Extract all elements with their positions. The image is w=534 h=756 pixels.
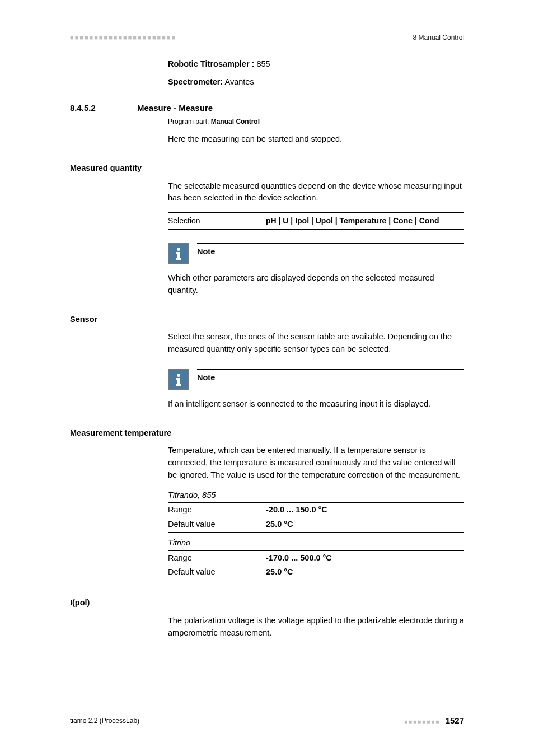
note-1-body: Which other parameters are displayed dep… — [168, 272, 464, 297]
note-box-2: Note If an intelligent sensor is connect… — [168, 369, 464, 410]
footer-marks: ■■■■■■■■ — [404, 718, 440, 725]
param-table-titrando: Titrando, 855 Range -20.0 ... 150.0 °C D… — [168, 489, 464, 533]
list-item-robotic: Robotic Titrosampler : 855 — [168, 58, 464, 71]
note-box-1: Note Which other parameters are displaye… — [168, 243, 464, 297]
heading-ipol: I(pol) — [70, 597, 464, 609]
info-icon — [168, 243, 189, 264]
program-part: Program part: Manual Control — [168, 116, 464, 127]
selection-label: Selection — [168, 215, 266, 227]
footer-page-number: 1527 — [446, 716, 464, 725]
svg-rect-2 — [176, 252, 179, 254]
svg-point-0 — [177, 248, 180, 251]
ipol-para: The polarization voltage is the voltage … — [168, 615, 464, 640]
svg-rect-7 — [176, 384, 181, 386]
section-title: Measure - Measure — [137, 102, 213, 115]
robotic-label: Robotic Titrosampler : — [168, 59, 254, 68]
param-caption-titrino: Titrino — [168, 537, 464, 549]
section-intro: Here the measuring can be started and st… — [168, 133, 464, 146]
note-2-body: If an intelligent sensor is connected to… — [168, 398, 464, 410]
param-caption-titrando: Titrando, 855 — [168, 489, 464, 502]
selection-row: Selection pH | U | Ipol | Upol | Tempera… — [168, 212, 464, 230]
list-item-spectrometer: Spectrometer: Avantes — [168, 76, 464, 88]
page-header: ■■■■■■■■■■■■■■■■■■■■■■ 8 Manual Control — [70, 34, 464, 41]
range-value: -20.0 ... 150.0 °C — [266, 504, 327, 516]
default-value: 25.0 °C — [266, 566, 293, 578]
page-footer: tiamo 2.2 (ProcessLab) ■■■■■■■■ 1527 — [70, 716, 464, 725]
range-value: -170.0 ... 500.0 °C — [266, 552, 332, 564]
section-heading-row: 8.4.5.2 Measure - Measure — [70, 102, 464, 115]
info-icon — [168, 369, 189, 390]
section-number: 8.4.5.2 — [70, 102, 137, 115]
spectrometer-value: Avantes — [223, 77, 254, 86]
default-label: Default value — [168, 519, 266, 531]
heading-sensor: Sensor — [70, 314, 464, 326]
program-part-prefix: Program part: — [168, 118, 211, 125]
note-2-title: Note — [197, 370, 464, 384]
selection-value: pH | U | Ipol | Upol | Temperature | Con… — [266, 215, 464, 227]
default-label: Default value — [168, 566, 266, 578]
svg-rect-3 — [176, 258, 181, 260]
svg-point-4 — [177, 374, 180, 377]
footer-left: tiamo 2.2 (ProcessLab) — [70, 717, 139, 725]
note-1-title: Note — [197, 244, 464, 258]
range-label: Range — [168, 552, 266, 564]
svg-rect-6 — [176, 378, 179, 380]
heading-measurement-temperature: Measurement temperature — [70, 427, 464, 440]
program-part-name: Manual Control — [211, 118, 260, 125]
range-label: Range — [168, 504, 266, 516]
spectrometer-label: Spectrometer: — [168, 77, 223, 86]
sensor-para: Select the sensor, the ones of the senso… — [168, 331, 464, 356]
default-value: 25.0 °C — [266, 519, 293, 531]
measured-quantity-para: The selectable measured quantities depen… — [168, 180, 464, 205]
measurement-temp-para: Temperature, which can be entered manual… — [168, 445, 464, 481]
header-section: 8 Manual Control — [413, 34, 464, 41]
robotic-value: 855 — [254, 59, 270, 68]
heading-measured-quantity: Measured quantity — [70, 162, 464, 175]
param-table-titrino: Titrino Range -170.0 ... 500.0 °C Defaul… — [168, 537, 464, 580]
header-marks-left: ■■■■■■■■■■■■■■■■■■■■■■ — [70, 34, 176, 41]
